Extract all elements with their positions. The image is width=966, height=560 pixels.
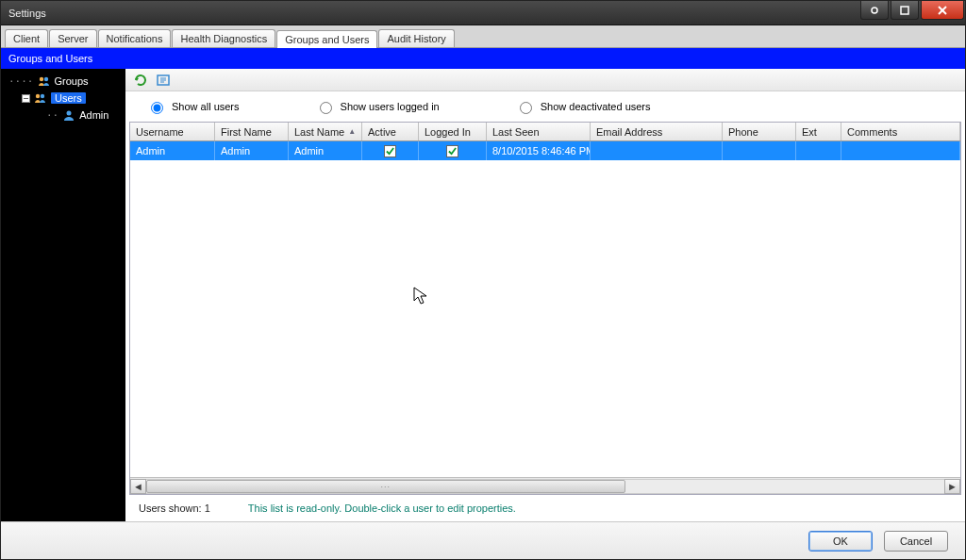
svg-point-4 bbox=[39, 77, 42, 81]
titlebar[interactable]: Settings bbox=[1, 1, 965, 25]
right-panel: Show all users Show users logged in Show… bbox=[125, 69, 965, 521]
scroll-track[interactable]: ∙∙∙ bbox=[146, 479, 944, 494]
grid-header: Username First Name Last Name▲ Active Lo… bbox=[130, 123, 960, 141]
cell-username: Admin bbox=[130, 141, 215, 160]
cell-last-seen: 8/10/2015 8:46:46 PM bbox=[487, 141, 591, 160]
grip-icon: ∙∙∙ bbox=[381, 482, 391, 491]
scroll-left-button[interactable]: ◄ bbox=[130, 479, 146, 494]
cancel-button[interactable]: Cancel bbox=[884, 531, 948, 552]
cell-first-name: Admin bbox=[215, 141, 289, 160]
svg-rect-1 bbox=[901, 7, 908, 14]
tab-audit-history[interactable]: Audit History bbox=[378, 29, 454, 47]
radio-deactivated[interactable]: Show deactivated users bbox=[515, 99, 651, 114]
scroll-right-button[interactable]: ► bbox=[944, 479, 960, 494]
svg-point-8 bbox=[67, 111, 72, 116]
col-email[interactable]: Email Address bbox=[591, 123, 723, 140]
titlebar-buttons bbox=[859, 1, 965, 25]
users-shown: Users shown: 1 bbox=[139, 502, 210, 514]
cell-comments bbox=[841, 141, 960, 160]
svg-point-5 bbox=[43, 77, 47, 81]
tree-label-groups: Groups bbox=[55, 75, 89, 87]
col-last-name[interactable]: Last Name▲ bbox=[289, 123, 362, 140]
tab-notifications[interactable]: Notifications bbox=[98, 29, 172, 47]
tree: ···· Groups – Users ·· Admin bbox=[1, 69, 125, 521]
users-grid: Username First Name Last Name▲ Active Lo… bbox=[129, 122, 961, 495]
col-active[interactable]: Active bbox=[362, 123, 419, 140]
scroll-thumb[interactable]: ∙∙∙ bbox=[146, 480, 625, 493]
user-icon bbox=[62, 109, 75, 121]
radio-show-all[interactable]: Show all users bbox=[146, 99, 240, 114]
collapse-icon[interactable]: – bbox=[22, 94, 30, 103]
radio-label-deactivated: Show deactivated users bbox=[541, 101, 651, 112]
window-title: Settings bbox=[8, 8, 859, 19]
tab-groups-users[interactable]: Groups and Users bbox=[276, 30, 377, 48]
tree-node-admin[interactable]: ·· Admin bbox=[1, 107, 125, 124]
panel-title: Groups and Users bbox=[8, 53, 92, 64]
status-row: Users shown: 1 This list is read-only. D… bbox=[125, 495, 965, 521]
panel-header: Groups and Users bbox=[1, 48, 965, 69]
tabs: Client Server Notifications Health Diagn… bbox=[1, 25, 965, 48]
grid-body: Admin Admin Admin 8/10/2015 8:46:46 PM bbox=[130, 141, 960, 477]
tab-server[interactable]: Server bbox=[49, 29, 96, 47]
col-phone[interactable]: Phone bbox=[723, 123, 796, 140]
tree-label-users: Users bbox=[51, 92, 86, 104]
cell-email bbox=[591, 141, 723, 160]
cell-last-name: Admin bbox=[289, 141, 362, 160]
maximize-button[interactable] bbox=[891, 1, 919, 20]
tree-label-admin: Admin bbox=[79, 109, 108, 121]
footer: OK Cancel bbox=[1, 521, 965, 559]
svg-point-0 bbox=[872, 8, 877, 13]
sort-asc-icon: ▲ bbox=[348, 127, 356, 136]
filter-row: Show all users Show users logged in Show… bbox=[125, 91, 965, 122]
cell-ext bbox=[796, 141, 841, 160]
minimize-button[interactable] bbox=[860, 1, 889, 20]
settings-window: Settings Client Server Notifications Hea… bbox=[0, 0, 966, 560]
svg-point-7 bbox=[41, 94, 44, 98]
cell-phone bbox=[723, 141, 796, 160]
svg-point-6 bbox=[36, 94, 40, 98]
tab-client[interactable]: Client bbox=[5, 29, 48, 47]
ok-button[interactable]: OK bbox=[808, 531, 873, 552]
people-icon bbox=[34, 92, 47, 104]
col-first-name[interactable]: First Name bbox=[215, 123, 289, 140]
col-logged-in[interactable]: Logged In bbox=[419, 123, 487, 140]
close-button[interactable] bbox=[921, 1, 964, 20]
cell-active bbox=[362, 141, 419, 160]
radio-label-all: Show all users bbox=[172, 101, 240, 112]
checkbox-checked-icon bbox=[384, 145, 396, 157]
tree-node-users[interactable]: – Users bbox=[1, 90, 125, 107]
horizontal-scrollbar[interactable]: ◄ ∙∙∙ ► bbox=[130, 477, 960, 494]
body: ···· Groups – Users ·· Admin bbox=[1, 69, 965, 521]
refresh-icon[interactable] bbox=[133, 73, 148, 88]
col-comments[interactable]: Comments bbox=[841, 123, 960, 140]
export-icon[interactable] bbox=[156, 73, 171, 88]
cell-logged-in bbox=[419, 141, 487, 160]
tree-node-groups[interactable]: ···· Groups bbox=[1, 73, 125, 90]
col-last-seen[interactable]: Last Seen bbox=[487, 123, 591, 140]
checkbox-checked-icon bbox=[446, 145, 458, 157]
radio-logged-in[interactable]: Show users logged in bbox=[315, 99, 440, 114]
people-icon bbox=[38, 75, 51, 87]
col-ext[interactable]: Ext bbox=[796, 123, 841, 140]
toolbar bbox=[125, 69, 965, 91]
tab-health-diagnostics[interactable]: Health Diagnostics bbox=[172, 29, 275, 47]
table-row[interactable]: Admin Admin Admin 8/10/2015 8:46:46 PM bbox=[130, 141, 960, 160]
readonly-hint: This list is read-only. Double-click a u… bbox=[248, 502, 516, 514]
radio-label-logged: Show users logged in bbox=[341, 101, 440, 112]
col-username[interactable]: Username bbox=[130, 123, 215, 140]
